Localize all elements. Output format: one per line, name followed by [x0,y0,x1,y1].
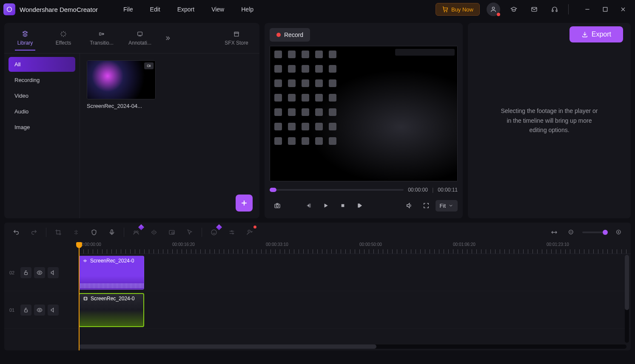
sidebar-item-all[interactable]: All [9,57,75,72]
chevron-right-double-icon [164,35,171,42]
buy-now-label: Buy Now [451,6,473,13]
record-button[interactable]: Record [270,28,310,42]
timeline-scrollbar-vertical[interactable] [625,255,629,343]
avatar-button[interactable] [244,226,256,238]
tab-transitions[interactable]: Transitio... [83,26,121,50]
transition-icon [98,31,105,38]
more-tabs-button[interactable] [159,35,176,42]
menu-view[interactable]: View [203,3,233,16]
next-frame-button[interactable] [352,198,367,213]
zoom-out-button[interactable] [565,226,577,238]
smiley-button[interactable] [208,226,220,238]
support-button[interactable] [548,3,561,16]
cart-icon [442,6,449,13]
svg-marker-19 [359,204,362,207]
split-icon [73,229,80,236]
undo-button[interactable] [10,226,22,238]
export-label: Export [592,31,611,38]
properties-panel: Selecting the footage in the player or i… [468,23,631,218]
sidebar-item-image[interactable]: Image [9,120,75,135]
app-title: Wondershare DemoCreator [20,6,98,13]
prev-frame-button[interactable] [301,198,316,213]
svg-rect-11 [234,33,238,36]
tab-effects[interactable]: Effects [44,26,83,50]
export-button[interactable]: Export [570,26,623,42]
maximize-button[interactable] [597,2,614,17]
svg-rect-25 [172,232,174,234]
timeline-ruler[interactable]: 00:00:00:00 00:00:16:20 00:00:33:10 00:0… [79,242,631,254]
sparkle-icon [60,31,67,38]
timeline: 00:00:00:00 00:00:16:20 00:00:33:10 00:0… [4,242,631,350]
tab-sfx-store[interactable]: SFX Store [215,26,258,50]
step-forward-icon [356,202,363,209]
app-logo [3,3,15,15]
layers-icon [22,31,28,38]
sidebar-item-video[interactable]: Video [9,88,75,103]
tab-annotations[interactable]: Annotati... [121,26,159,50]
marker-button[interactable] [88,226,100,238]
stop-button[interactable] [335,198,350,213]
account-button[interactable] [487,3,500,16]
voiceover-button[interactable] [106,226,118,238]
minimize-button[interactable] [579,2,596,17]
svg-rect-6 [556,10,557,11]
svg-marker-17 [325,203,328,207]
group-button[interactable] [130,226,142,238]
preview-screen[interactable] [270,46,458,181]
adjust-button[interactable] [226,226,238,238]
cursor-button[interactable] [184,226,196,238]
redo-button[interactable] [28,226,40,238]
tab-library[interactable]: Library [6,26,44,50]
tab-effects-label: Effects [56,40,71,46]
track-mute-button[interactable] [48,267,59,278]
tab-library-label: Library [17,40,33,46]
camera-icon [274,202,281,209]
playhead[interactable] [79,242,80,350]
video-clip[interactable]: ScreenRec_2024-0 [79,293,144,327]
split-button[interactable] [70,226,82,238]
fullscreen-button[interactable] [419,198,434,213]
minimize-icon [584,6,591,13]
track-mute-button[interactable] [48,305,59,316]
progress-slider[interactable] [270,189,404,191]
sidebar-item-recording[interactable]: Recording [9,73,75,87]
track-lock-button[interactable] [20,305,31,316]
svg-rect-20 [358,204,359,207]
ruler-tick: 00:01:23:10 [547,242,569,247]
player-controls: Fit [270,198,458,213]
track-visibility-button[interactable] [34,267,45,278]
fit-timeline-button[interactable] [548,226,560,238]
sliders-icon [228,229,235,236]
current-time: 00:00:00 [408,187,428,193]
pip-button[interactable] [166,226,178,238]
media-item-label: ScreenRec_2024-04... [87,103,156,109]
zoom-fit-select[interactable]: Fit [436,200,458,212]
media-item[interactable]: ScreenRec_2024-04... [87,60,156,109]
close-button[interactable] [615,2,632,17]
play-button[interactable] [318,198,333,213]
media-thumbnail [87,60,156,99]
track-row-02: 02 ScreenRec_2024-0 [4,254,631,291]
mirror-button[interactable] [148,226,160,238]
menu-export[interactable]: Export [169,3,203,16]
snapshot-button[interactable] [270,198,285,213]
zoom-slider[interactable] [582,231,608,233]
crop-button[interactable] [52,226,64,238]
menu-file[interactable]: File [115,3,142,16]
track-lock-button[interactable] [20,267,31,278]
clip-name: ScreenRec_2024-0 [90,258,134,264]
mail-button[interactable] [527,3,541,16]
menu-edit[interactable]: Edit [142,3,169,16]
audio-clip[interactable]: ScreenRec_2024-0 [79,256,144,290]
sidebar-item-audio[interactable]: Audio [9,104,75,119]
zoom-in-button[interactable] [613,226,625,238]
track-visibility-button[interactable] [34,305,45,316]
svg-rect-36 [84,297,87,300]
buy-now-button[interactable]: Buy Now [436,3,480,16]
volume-button[interactable] [402,198,417,213]
menu-help[interactable]: Help [233,3,262,16]
timeline-scrollbar-horizontal[interactable] [79,344,626,349]
tutorials-button[interactable] [507,3,521,16]
add-media-button[interactable] [236,195,253,212]
headset-icon [551,6,558,13]
